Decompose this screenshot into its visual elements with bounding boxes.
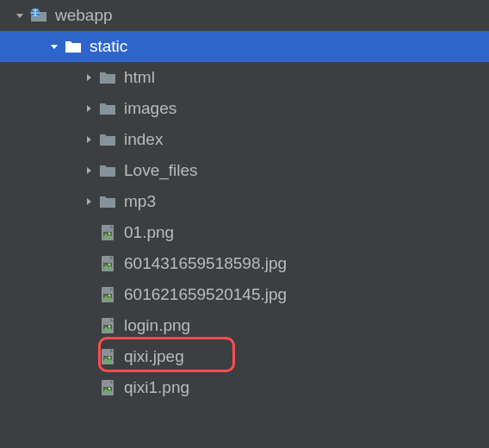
tree-row[interactable]: 601431659518598.jpg — [0, 248, 489, 279]
tree-row[interactable]: html — [0, 62, 489, 93]
tree-item-label: 601431659518598.jpg — [124, 248, 287, 279]
tree-row[interactable]: 01.png — [0, 217, 489, 248]
tree-row[interactable]: static — [0, 31, 489, 62]
chevron-down-icon[interactable] — [46, 39, 62, 54]
tree-row[interactable]: webapp — [0, 0, 489, 31]
tree-row[interactable]: index — [0, 124, 489, 155]
tree-item-label: index — [124, 124, 163, 155]
tree-item-label: webapp — [55, 0, 113, 31]
image-file-icon — [98, 254, 117, 273]
folder-icon — [98, 130, 117, 149]
tree-item-label: qixi.jpeg — [124, 341, 184, 372]
tree-row[interactable]: 601621659520145.jpg — [0, 279, 489, 310]
svg-point-15 — [108, 357, 110, 358]
folder-icon — [98, 192, 117, 211]
folder-icon — [98, 68, 117, 87]
chevron-right-icon[interactable] — [81, 194, 96, 209]
chevron-right-icon[interactable] — [81, 132, 96, 147]
tree-item-label: 601621659520145.jpg — [124, 279, 287, 310]
tree-item-label: qixi1.png — [124, 372, 189, 403]
project-tree: webappstatichtmlimagesindexLove_filesmp3… — [0, 0, 489, 403]
chevron-down-icon[interactable] — [12, 8, 28, 23]
tree-row[interactable]: login.png — [0, 310, 489, 341]
image-file-icon — [98, 285, 117, 304]
chevron-right-icon[interactable] — [81, 70, 96, 85]
svg-point-3 — [108, 233, 110, 234]
image-file-icon — [98, 223, 117, 242]
folder-icon — [98, 99, 117, 118]
image-file-icon — [98, 316, 117, 335]
tree-item-label: static — [90, 31, 127, 62]
tree-item-label: Love_files — [124, 155, 198, 186]
tree-row[interactable]: mp3 — [0, 186, 489, 217]
tree-item-label: mp3 — [124, 186, 156, 217]
folder-icon — [98, 161, 117, 180]
tree-item-label: login.png — [124, 310, 190, 341]
tree-item-label: 01.png — [124, 217, 174, 248]
svg-point-6 — [108, 264, 110, 265]
svg-point-9 — [108, 295, 110, 296]
chevron-right-icon[interactable] — [81, 101, 96, 116]
chevron-right-icon[interactable] — [81, 163, 96, 178]
tree-row[interactable]: Love_files — [0, 155, 489, 186]
svg-point-18 — [108, 388, 110, 389]
tree-item-label: images — [124, 93, 176, 124]
svg-point-12 — [108, 326, 110, 327]
folder-icon — [64, 37, 83, 56]
image-file-icon — [98, 347, 117, 366]
tree-row[interactable]: images — [0, 93, 489, 124]
tree-row[interactable]: qixi1.png — [0, 372, 489, 403]
image-file-icon — [98, 378, 117, 397]
tree-row[interactable]: qixi.jpeg — [0, 341, 489, 372]
tree-item-label: html — [124, 62, 155, 93]
web-folder-icon — [29, 6, 48, 25]
